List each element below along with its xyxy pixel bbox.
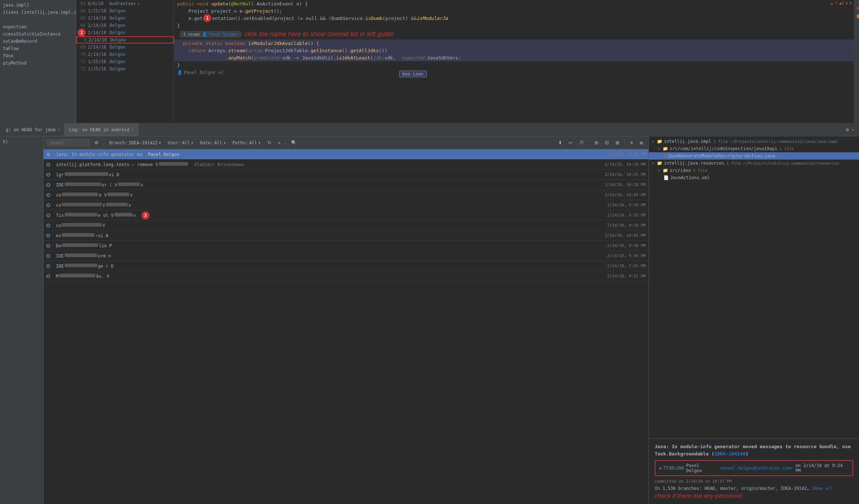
show-all-link[interactable]: Show all: [812, 486, 833, 491]
xml-filename: JavaActions.xml: [670, 175, 709, 180]
left-panel-item[interactable]: ssCanBeRecord: [0, 38, 76, 45]
commit-row[interactable]: [gr vi D 2/14/18, 10:25 PM: [44, 170, 649, 180]
left-inspection-panel: java.impl] itions [intellij.java.impl.in…: [0, 0, 76, 123]
file-tree-module-2[interactable]: ▾ 📁 intellij.java.resources 1 file ~/Pro…: [649, 160, 859, 167]
left-panel-item[interactable]: nspection: [0, 23, 76, 30]
commit-date: 2/14/18, 9:36 PM: [602, 253, 646, 258]
git-toolbar: ⚙ Branch: IDEA-191422 ▾ User: All ▾ Date…: [44, 136, 649, 149]
tab-android[interactable]: Log: on HEAD in android ✕: [65, 123, 138, 136]
commit-message: M bs. V: [56, 274, 602, 279]
git-log-left-item[interactable]: h): [0, 138, 43, 146]
badge-3: 3: [142, 211, 150, 219]
commit-row[interactable]: IDE orm n 2/14/18, 9:36 PM: [44, 251, 649, 261]
date-value: All: [214, 140, 222, 145]
code-editor: ▲ 9 ▲1 ∧ ∨ public void update(@NotNull A…: [174, 0, 859, 123]
commit-row[interactable]: Do lin P 2/14/18, 9:30 PM: [44, 241, 649, 251]
commit-dot: [46, 183, 50, 187]
file-tree-java-file[interactable]: ☕ Java9GenerateModuleDescriptorsAction.j…: [649, 152, 859, 160]
java-icon: ☕: [663, 153, 666, 158]
blame-row-badge2[interactable]: 2 2/14/18 Dolgov: [76, 29, 174, 36]
columns-btn[interactable]: ⊞: [592, 139, 601, 146]
commit-row[interactable]: IDE ge r D 2/14/18, 7:55 PM: [44, 261, 649, 271]
idea-link[interactable]: IDEA-184148: [714, 451, 745, 457]
folder-name: src/com/intellij/codeInspection/java19ap…: [670, 146, 777, 151]
left-panel-item[interactable]: java.impl]: [0, 1, 76, 9]
commit-date: 2/14/18, 9:50 PM: [602, 203, 646, 207]
minimize-icon[interactable]: −: [852, 127, 855, 132]
branch-dropdown[interactable]: Branch: IDEA-191422 ▾: [107, 140, 163, 146]
commit-row[interactable]: IDE or ( V v 2/14/18, 10:18 PM: [44, 180, 649, 190]
date-dropdown[interactable]: Date: All ▾: [198, 140, 228, 146]
commit-list[interactable]: Java: In module-info generator mo Pavel …: [44, 149, 649, 504]
tab-jdom-close[interactable]: ✕: [58, 128, 60, 132]
author-footer: 👤 Pavel Dolgov +2: [174, 69, 859, 77]
paths-chevron: ▾: [258, 140, 261, 145]
blame-row[interactable]: 65 2/14/18 Dolgov: [76, 15, 174, 22]
align-right-btn[interactable]: ≡: [628, 139, 635, 146]
blame-row[interactable]: 72 1/25/18 Dolgov: [76, 65, 174, 73]
paths-dropdown[interactable]: Paths: All ▾: [230, 140, 263, 146]
blame-row[interactable]: 70 2/14/18 Dolgov: [76, 51, 174, 58]
commit-detail-title: Java: In module-info generator moved mes…: [655, 443, 853, 457]
left-panel-item[interactable]: ptyMethod: [0, 59, 76, 67]
blame-row[interactable]: 64 1/25/18 Dolgov: [76, 7, 174, 15]
file-tree-folder-2[interactable]: ▾ 📁 src/idea 1 file: [649, 167, 859, 174]
filter-btn[interactable]: ⊟: [603, 139, 611, 146]
blame-row[interactable]: 63 8/6/18 Kudravtsev ⬆: [76, 0, 174, 7]
branches-prefix: In 1,536 branches: HEAD, master, origin/…: [655, 486, 809, 491]
user-dropdown[interactable]: User: All ▾: [165, 140, 196, 146]
branch-value: IDEA-191422: [129, 140, 158, 145]
editor-scrollbar[interactable]: [854, 0, 859, 123]
left-panel-item[interactable]: [0, 16, 76, 23]
left-panel-item[interactable]: ccessStaticViaInstance: [0, 30, 76, 38]
commit-dot: [46, 163, 50, 166]
clock-btn[interactable]: ⏱: [577, 139, 586, 146]
commit-message: intellij.platform.long.tests — remove V …: [56, 162, 602, 167]
commit-author-name: Pavel Dolgov: [686, 463, 717, 473]
settings-btn[interactable]: ⚙: [92, 139, 101, 146]
left-panel-item[interactable]: taFlow: [0, 45, 76, 52]
commit-dot: [46, 274, 50, 278]
commit-row[interactable]: co V v 2/14/18, 9:50 PM: [44, 200, 649, 210]
commit-row[interactable]: co o V v 2/14/18, 10:04 PM: [44, 190, 649, 200]
refresh-btn[interactable]: ↻: [265, 139, 274, 146]
commit-date: 2/14/18, 10:04 PM: [602, 193, 646, 197]
left-panel-item[interactable]: fUse: [0, 52, 76, 59]
cherry-pick-btn[interactable]: ⬆: [556, 139, 564, 146]
settings-icon[interactable]: ⚙: [846, 127, 849, 132]
git-log-main: ⚙ Branch: IDEA-191422 ▾ User: All ▾ Date…: [44, 136, 649, 504]
blame-row[interactable]: 66 2/14/18 Dolgov: [76, 22, 174, 29]
search-btn[interactable]: 🔍: [289, 139, 299, 146]
annotation-balloon[interactable]: 1 usage 👤 Pavel Dolgov: [180, 31, 241, 37]
layout-btn[interactable]: ⊠: [613, 139, 622, 146]
tab-android-close[interactable]: ✕: [131, 128, 134, 132]
search-input[interactable]: [46, 139, 90, 146]
blame-row[interactable]: 69 2/14/18 Dolgov: [76, 44, 174, 51]
commit-row[interactable]: co V 2/14/18, 9:19 PM: [44, 220, 649, 231]
commit-row[interactable]: ex ›si A 2/14/18, 10:01 PM: [44, 231, 649, 241]
blame-row[interactable]: 71 1/25/18 Dolgov: [76, 58, 174, 65]
commit-date: 2/14/18, 9:19 PM: [602, 223, 646, 228]
undo-btn[interactable]: ↩: [566, 139, 575, 146]
more-btn[interactable]: »: [276, 139, 283, 146]
tab-jdom-label: g: on HEAD for jdom: [6, 127, 56, 132]
tab-jdom[interactable]: g: on HEAD for jdom ✕: [1, 123, 65, 136]
commit-row-selected[interactable]: Java: In module-info generator mo Pavel …: [44, 149, 649, 160]
badge-2: 2: [78, 29, 86, 37]
left-panel-item[interactable]: itions [intellij.java.impl.insp: [0, 9, 76, 16]
folder-icon: ▾ 📁: [658, 146, 668, 151]
commit-row[interactable]: fix e ol V v 3 2/14/18, 9:35 PM: [44, 210, 649, 220]
red-annotation: check if there are any password: [655, 492, 853, 500]
file-tree-xml-file[interactable]: 📄 JavaActions.xml: [649, 174, 859, 181]
blame-row-boxed[interactable]: 8 2/14/18 Dolgov: [76, 36, 174, 44]
commit-email[interactable]: <pavel.dolgov@jetbrains.com>: [719, 466, 793, 471]
commit-message: co o V v: [56, 193, 602, 198]
commit-row[interactable]: M bs. V 2/14/18, 9:21 PM: [44, 271, 649, 281]
commit-row[interactable]: intellij.platform.long.tests — remove V …: [44, 160, 649, 170]
file-tree-module[interactable]: ▾ 📁 intellij.java.impl 1 file ~/Projects…: [649, 138, 859, 145]
file-tree-folder[interactable]: ▾ 📁 src/com/intellij/codeInspection/java…: [649, 145, 859, 152]
commit-dot: [46, 264, 50, 268]
toolbar-divider-3: [589, 139, 589, 146]
align-left-btn[interactable]: ≣: [637, 139, 646, 146]
commit-date: 2/14/18, 9:24 PM: [602, 152, 646, 157]
